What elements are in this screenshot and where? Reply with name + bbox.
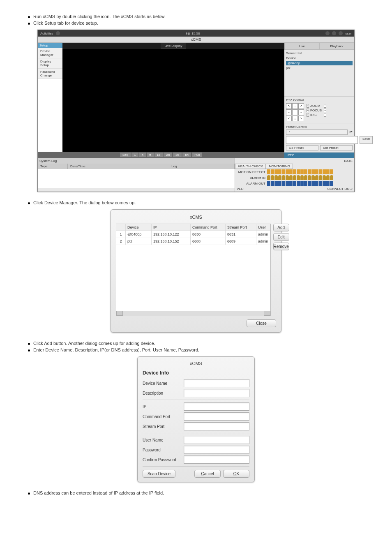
go-preset-button[interactable]: Go Preset — [286, 145, 318, 150]
ptz-up-left[interactable]: ↖ — [286, 103, 292, 109]
close-button[interactable]: Close — [247, 319, 276, 327]
preset-stepper-icon[interactable]: ▴▾ — [349, 130, 353, 135]
iris-in[interactable]: + — [307, 113, 309, 117]
menu-display-setup[interactable]: Display Setup — [38, 58, 62, 69]
command-port-input[interactable] — [184, 412, 249, 421]
indicator-icon — [311, 181, 315, 186]
preset-name-input[interactable] — [286, 136, 358, 144]
power-icon[interactable] — [325, 31, 330, 35]
col-ip[interactable]: IP — [152, 224, 191, 231]
ptz-tab[interactable]: PTZ — [284, 153, 354, 158]
focus-in[interactable]: + — [307, 109, 309, 112]
menu-device-manager[interactable]: Device Manager — [38, 48, 62, 58]
volume-icon[interactable] — [332, 31, 336, 35]
col-cmdport[interactable]: Command Port — [191, 224, 226, 231]
indicator-icon — [300, 169, 304, 174]
table-scrollbar[interactable] — [116, 311, 270, 316]
indicator-icon — [286, 175, 289, 180]
iris-label: IRIS — [310, 113, 323, 117]
stream-port-input[interactable] — [184, 422, 249, 430]
remove-button[interactable]: Remove — [273, 243, 289, 250]
indicator-icon — [267, 181, 270, 186]
ip-input[interactable] — [184, 402, 249, 411]
device-item-0[interactable]: @0400p — [286, 61, 353, 65]
focus-out[interactable]: − — [324, 109, 326, 112]
menu-password-change[interactable]: Password Change — [38, 69, 62, 79]
grid-full[interactable]: Full — [192, 153, 202, 157]
iris-out[interactable]: − — [324, 113, 326, 117]
description-input[interactable] — [184, 389, 249, 397]
save-button[interactable]: Save — [360, 136, 373, 144]
indicator-icon — [267, 175, 270, 180]
grid-25[interactable]: 25 — [164, 153, 172, 157]
indicator-icon — [326, 175, 330, 180]
indicator-icon — [297, 181, 300, 186]
confirm-password-input[interactable] — [184, 456, 249, 464]
grid-9[interactable]: 9 — [147, 153, 153, 157]
ptz-up[interactable]: ↑ — [292, 103, 298, 109]
ptz-down-left[interactable]: ↙ — [286, 116, 292, 121]
health-check-tab[interactable]: HEALTH CHECK — [235, 164, 266, 169]
indicator-icon — [315, 169, 318, 174]
bullet-3: Click Device Manager. The dialog below c… — [28, 200, 371, 205]
monitoring-tab[interactable]: MONITORING — [266, 164, 293, 169]
bullet-4: Click Add button. Another dialog comes u… — [28, 341, 371, 346]
indicator-icon — [289, 169, 293, 174]
grid-64[interactable]: 64 — [182, 153, 191, 157]
indicator-icon — [330, 169, 333, 174]
col-streamport[interactable]: Stream Port — [226, 224, 256, 231]
label-command-port: Command Port — [143, 414, 184, 419]
ptz-up-right[interactable]: ↗ — [298, 103, 304, 109]
preset-number[interactable]: 1 — [286, 130, 348, 135]
topbar-user[interactable]: user — [345, 32, 352, 35]
connections-label: CONNECTIONS: — [327, 187, 353, 191]
ok-button[interactable]: OK — [223, 470, 249, 478]
set-preset-button[interactable]: Set Preset — [320, 145, 353, 150]
indicator-icon — [267, 169, 270, 174]
device-manager-dialog: xCMS Device IP Command Port Stream Port … — [111, 209, 281, 333]
grid-16[interactable]: 16 — [154, 153, 163, 157]
tab-live[interactable]: Live — [284, 43, 319, 50]
password-input[interactable] — [184, 446, 249, 454]
device-info-heading: Device Info — [143, 370, 249, 376]
label-device-name: Device Name — [143, 381, 184, 386]
table-row[interactable]: 1 @0400p 192.168.10.122 8630 8631 admin — [116, 231, 270, 238]
ptz-down[interactable]: ↓ — [292, 116, 298, 121]
ptz-right[interactable]: → — [298, 109, 304, 115]
scan-device-button[interactable]: Scan Device — [143, 470, 175, 478]
table-row[interactable]: 2 ptz 192.168.10.152 6688 6689 admin — [116, 238, 270, 245]
zoom-in[interactable]: + — [307, 104, 309, 108]
indicator-icon — [311, 169, 315, 174]
grid-4[interactable]: 4 — [139, 153, 146, 157]
indicator-icon — [323, 181, 326, 186]
live-display-tab[interactable]: Live Display — [161, 43, 186, 49]
scroll-left-icon[interactable] — [116, 311, 123, 316]
indicator-icon — [319, 181, 322, 186]
scroll-right-icon[interactable] — [264, 311, 270, 316]
battery-icon[interactable] — [339, 31, 343, 35]
device-name-input[interactable] — [184, 379, 249, 387]
grid-1[interactable]: 1 — [131, 153, 138, 157]
col-user[interactable]: User — [256, 224, 270, 231]
col-index — [116, 224, 126, 231]
grid-36[interactable]: 36 — [173, 153, 182, 157]
device-info-dialog: xCMS Device Info Device Name Description… — [137, 356, 255, 482]
col-device[interactable]: Device — [126, 224, 152, 231]
user-name-input[interactable] — [184, 436, 249, 444]
bullet-text: Enter Device Name, Description, IP(or DN… — [33, 347, 199, 352]
dialog-title: xCMS — [143, 361, 249, 366]
device-label: Device — [286, 56, 353, 60]
device-item-1[interactable]: ptz — [286, 66, 353, 70]
activities-label[interactable]: Activities — [40, 32, 53, 35]
grid-seq[interactable]: Seq — [120, 153, 131, 157]
tab-playback[interactable]: Playback — [319, 43, 354, 50]
indicator-icon — [293, 169, 296, 174]
ptz-down-right[interactable]: ↘ — [298, 116, 304, 121]
cancel-button[interactable]: Cancel — [194, 470, 221, 478]
setup-tab[interactable]: Setup — [38, 43, 62, 48]
zoom-out[interactable]: − — [324, 104, 326, 108]
indicator-icon — [289, 175, 293, 180]
ptz-left[interactable]: ← — [286, 109, 292, 115]
add-button[interactable]: Add — [273, 224, 289, 231]
edit-button[interactable]: Edit — [273, 233, 289, 241]
